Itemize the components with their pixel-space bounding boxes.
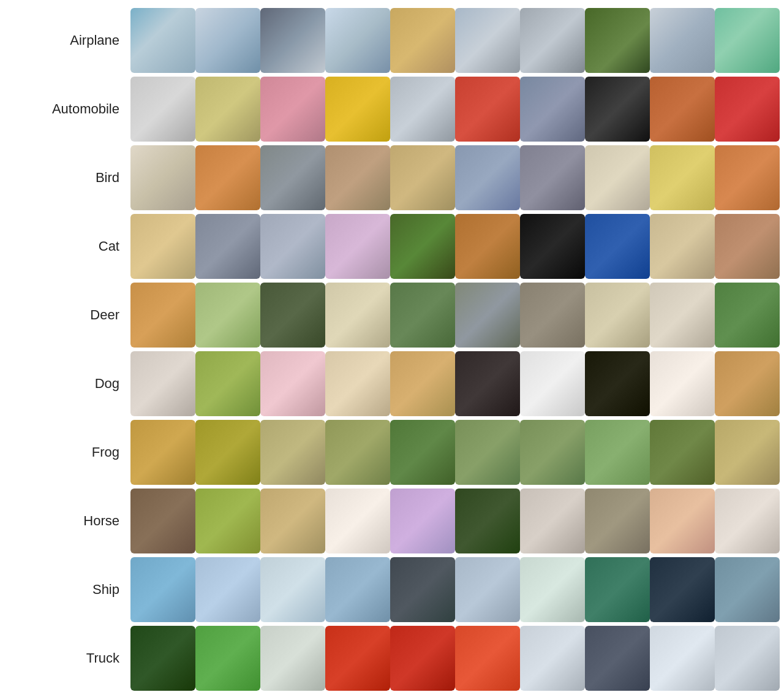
- image-placeholder-horse-1: [130, 489, 195, 553]
- image-placeholder-ship-9: [650, 557, 715, 622]
- image-automobile-7: [520, 77, 585, 142]
- image-placeholder-cat-9: [650, 214, 715, 279]
- image-placeholder-dog-10: [715, 351, 780, 416]
- image-placeholder-automobile-7: [520, 77, 585, 142]
- image-placeholder-horse-3: [260, 489, 325, 553]
- image-airplane-10: [715, 8, 780, 73]
- image-deer-8: [585, 283, 650, 348]
- image-airplane-9: [650, 8, 715, 73]
- image-placeholder-horse-4: [325, 489, 390, 553]
- image-placeholder-horse-2: [195, 489, 260, 553]
- image-placeholder-truck-10: [715, 626, 780, 691]
- image-cat-2: [195, 214, 260, 279]
- image-placeholder-truck-1: [130, 626, 195, 691]
- image-frog-8: [585, 420, 650, 485]
- image-placeholder-bird-1: [130, 145, 195, 210]
- category-label-deer: Deer: [6, 281, 129, 349]
- image-placeholder-dog-4: [325, 351, 390, 416]
- image-placeholder-cat-10: [715, 214, 780, 279]
- image-placeholder-cat-3: [260, 214, 325, 279]
- image-placeholder-airplane-2: [195, 8, 260, 73]
- image-placeholder-deer-2: [195, 283, 260, 348]
- image-placeholder-dog-1: [130, 351, 195, 416]
- image-truck-9: [650, 626, 715, 691]
- image-placeholder-truck-6: [455, 626, 520, 691]
- image-placeholder-truck-9: [650, 626, 715, 691]
- image-placeholder-horse-7: [520, 489, 585, 553]
- image-bird-1: [130, 145, 195, 210]
- image-bird-3: [260, 145, 325, 210]
- image-placeholder-bird-9: [650, 145, 715, 210]
- image-placeholder-cat-5: [390, 214, 455, 279]
- image-frog-4: [325, 420, 390, 485]
- image-placeholder-frog-3: [260, 420, 325, 485]
- image-deer-6: [455, 283, 520, 348]
- image-bird-7: [520, 145, 585, 210]
- image-placeholder-truck-8: [585, 626, 650, 691]
- cifar10-grid: AirplaneAutomobileBirdCatDeerDogFrogHors…: [0, 0, 784, 692]
- image-cat-3: [260, 214, 325, 279]
- image-cat-5: [390, 214, 455, 279]
- image-placeholder-automobile-1: [130, 77, 195, 142]
- image-placeholder-airplane-1: [130, 8, 195, 73]
- image-placeholder-horse-10: [715, 489, 780, 553]
- image-placeholder-frog-2: [195, 420, 260, 485]
- image-horse-4: [325, 489, 390, 553]
- image-placeholder-frog-5: [390, 420, 455, 485]
- image-placeholder-automobile-10: [715, 77, 780, 142]
- image-placeholder-bird-8: [585, 145, 650, 210]
- image-airplane-6: [455, 8, 520, 73]
- image-ship-4: [325, 557, 390, 622]
- image-deer-1: [130, 283, 195, 348]
- image-placeholder-frog-9: [650, 420, 715, 485]
- image-ship-1: [130, 557, 195, 622]
- image-airplane-7: [520, 8, 585, 73]
- image-cat-9: [650, 214, 715, 279]
- image-ship-3: [260, 557, 325, 622]
- image-bird-6: [455, 145, 520, 210]
- image-placeholder-truck-3: [260, 626, 325, 691]
- image-horse-9: [650, 489, 715, 553]
- image-frog-7: [520, 420, 585, 485]
- image-placeholder-ship-5: [390, 557, 455, 622]
- category-label-cat: Cat: [6, 212, 129, 281]
- image-placeholder-bird-6: [455, 145, 520, 210]
- image-placeholder-deer-4: [325, 283, 390, 348]
- image-placeholder-truck-4: [325, 626, 390, 691]
- image-placeholder-bird-3: [260, 145, 325, 210]
- image-placeholder-frog-7: [520, 420, 585, 485]
- image-placeholder-cat-6: [455, 214, 520, 279]
- image-automobile-8: [585, 77, 650, 142]
- image-placeholder-cat-8: [585, 214, 650, 279]
- image-placeholder-bird-5: [390, 145, 455, 210]
- image-frog-2: [195, 420, 260, 485]
- image-frog-5: [390, 420, 455, 485]
- image-automobile-10: [715, 77, 780, 142]
- image-airplane-3: [260, 8, 325, 73]
- image-automobile-3: [260, 77, 325, 142]
- image-dog-6: [455, 351, 520, 416]
- image-horse-2: [195, 489, 260, 553]
- image-automobile-5: [390, 77, 455, 142]
- image-deer-4: [325, 283, 390, 348]
- image-placeholder-airplane-7: [520, 8, 585, 73]
- image-truck-10: [715, 626, 780, 691]
- image-deer-5: [390, 283, 455, 348]
- category-label-airplane: Airplane: [6, 6, 129, 75]
- image-automobile-4: [325, 77, 390, 142]
- image-dog-7: [520, 351, 585, 416]
- image-truck-4: [325, 626, 390, 691]
- image-frog-1: [130, 420, 195, 485]
- image-placeholder-automobile-4: [325, 77, 390, 142]
- image-placeholder-ship-7: [520, 557, 585, 622]
- image-placeholder-deer-9: [650, 283, 715, 348]
- image-placeholder-bird-2: [195, 145, 260, 210]
- image-placeholder-bird-7: [520, 145, 585, 210]
- image-ship-9: [650, 557, 715, 622]
- image-placeholder-airplane-10: [715, 8, 780, 73]
- category-label-frog: Frog: [6, 418, 129, 487]
- image-placeholder-automobile-5: [390, 77, 455, 142]
- image-deer-3: [260, 283, 325, 348]
- image-truck-1: [130, 626, 195, 691]
- image-placeholder-frog-6: [455, 420, 520, 485]
